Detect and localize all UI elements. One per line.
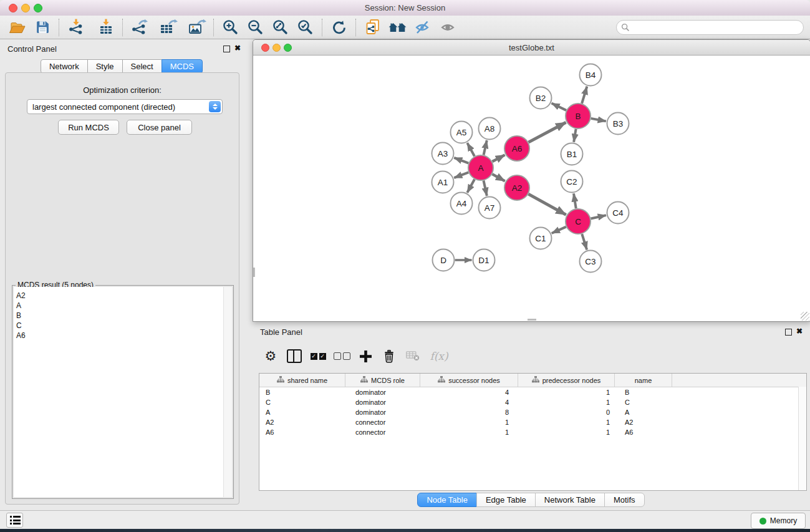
zoom-fit-button[interactable] (268, 17, 293, 38)
table-row[interactable]: A6connector11A6 (259, 427, 806, 437)
table-float-panel-icon[interactable] (785, 329, 792, 336)
cell-successor-nodes[interactable]: 4 (420, 397, 518, 407)
graph-node-A3[interactable]: A3 (432, 143, 454, 165)
show-hide-graphics-details-button[interactable] (410, 17, 435, 38)
graph-node-C4[interactable]: C4 (607, 202, 629, 224)
graph-node-A6[interactable]: A6 (504, 136, 529, 161)
window-resize-grip[interactable] (801, 312, 809, 321)
table-close-panel-icon[interactable]: ✖ (796, 327, 803, 336)
cell-mcds-role[interactable]: connector (345, 427, 420, 437)
graph-node-B3[interactable]: B3 (607, 113, 629, 135)
edge-A-A5[interactable] (467, 143, 475, 156)
graph-node-C2[interactable]: C2 (561, 171, 583, 193)
search-input[interactable] (630, 22, 788, 32)
cell-predecessor-nodes[interactable]: 1 (518, 427, 615, 437)
zoom-out-button[interactable] (243, 17, 268, 38)
graph-node-A2[interactable]: A2 (504, 175, 529, 200)
edge-C-C2[interactable] (574, 193, 576, 208)
table-row[interactable]: Adominator80A (259, 407, 806, 417)
edge-C-C1[interactable] (552, 227, 566, 233)
graph-node-B1[interactable]: B1 (561, 143, 583, 165)
close-panel-icon[interactable]: ✖ (234, 44, 241, 52)
home-button[interactable] (385, 17, 410, 38)
column-settings-button[interactable]: ⚙ (259, 350, 282, 362)
edge-A-A6[interactable] (493, 155, 505, 162)
cell-shared-name[interactable]: C (259, 397, 345, 407)
edge-B-B4[interactable] (582, 87, 587, 104)
export-table-button[interactable] (156, 17, 181, 38)
canvas-left-scroll-thumb[interactable] (253, 268, 255, 277)
cell-shared-name[interactable]: B (259, 387, 345, 397)
graph-node-D[interactable]: D (433, 249, 455, 271)
cell-predecessor-nodes[interactable]: 0 (518, 407, 615, 417)
cell-mcds-role[interactable]: dominator (345, 407, 420, 417)
mcds-result-item[interactable]: A6 (14, 331, 232, 341)
show-all-button[interactable] (435, 17, 460, 38)
column-header-name[interactable]: name (615, 374, 672, 387)
tab-style[interactable]: Style (87, 59, 123, 74)
cell-name[interactable]: A6 (615, 427, 672, 437)
save-session-button[interactable] (30, 17, 55, 38)
network-graph-canvas[interactable]: AA1A2A3A4A5A6A7A8BB1B2B3B4CC1C2C3C4DD1 (253, 55, 809, 320)
table-row[interactable]: A2connector11A2 (259, 417, 806, 427)
run-mcds-button[interactable]: Run MCDS (58, 120, 119, 135)
list-scrollbar[interactable] (223, 287, 232, 497)
graph-node-C[interactable]: C (566, 209, 591, 234)
graph-node-B2[interactable]: B2 (530, 87, 552, 109)
edge-A-A8[interactable] (484, 140, 487, 155)
edge-A-A1[interactable] (454, 172, 468, 178)
open-file-button[interactable] (5, 17, 30, 38)
edge-A-A7[interactable] (483, 181, 486, 196)
task-history-button[interactable] (6, 513, 23, 528)
tab-select[interactable]: Select (122, 59, 162, 74)
apply-layout-button[interactable] (327, 17, 352, 38)
delete-table-button[interactable] (401, 351, 425, 361)
cell-mcds-role[interactable]: dominator (345, 387, 420, 397)
canvas-bottom-scroll-thumb[interactable] (528, 319, 536, 321)
cell-name[interactable]: A2 (615, 417, 672, 427)
graph-node-A7[interactable]: A7 (479, 197, 501, 219)
cell-name[interactable]: A (615, 407, 672, 417)
cell-predecessor-nodes[interactable]: 1 (518, 397, 615, 407)
export-network-button[interactable] (127, 17, 152, 38)
cell-mcds-role[interactable]: dominator (345, 397, 420, 407)
table-scrollbar[interactable] (798, 387, 806, 490)
import-network-button[interactable] (64, 17, 89, 38)
graph-node-A8[interactable]: A8 (479, 118, 501, 140)
edge-B-B2[interactable] (552, 103, 567, 110)
graph-node-B4[interactable]: B4 (580, 64, 602, 86)
column-header-mcds-role[interactable]: MCDS role (345, 374, 420, 387)
tab-node-table[interactable]: Node Table (417, 493, 477, 507)
zoom-in-button[interactable] (218, 17, 243, 38)
function-builder-button[interactable]: f(x) (425, 350, 453, 362)
cell-successor-nodes[interactable]: 1 (420, 427, 518, 437)
graph-node-D1[interactable]: D1 (473, 249, 495, 271)
export-image-button[interactable] (185, 17, 210, 38)
split-table-button[interactable] (282, 349, 306, 363)
graph-node-A4[interactable]: A4 (451, 193, 473, 215)
graph-node-B[interactable]: B (566, 104, 591, 128)
edge-C-C4[interactable] (591, 215, 606, 218)
edge-A-A2[interactable] (492, 174, 504, 181)
cell-successor-nodes[interactable]: 8 (420, 407, 518, 417)
cell-mcds-role[interactable]: connector (345, 417, 420, 427)
graph-node-A1[interactable]: A1 (432, 172, 454, 193)
mcds-result-item[interactable]: A2 (14, 291, 232, 301)
cell-name[interactable]: C (615, 397, 672, 407)
new-network-from-selection-button[interactable] (360, 17, 385, 38)
edge-B-B3[interactable] (591, 118, 606, 122)
add-column-button[interactable] (354, 351, 377, 362)
table-row[interactable]: Bdominator41B (259, 387, 806, 397)
cell-successor-nodes[interactable]: 4 (420, 387, 518, 397)
edge-A6-B[interactable] (529, 122, 566, 142)
tab-motifs[interactable]: Motifs (604, 493, 645, 507)
graph-node-C3[interactable]: C3 (580, 251, 602, 273)
delete-column-button[interactable] (377, 350, 401, 363)
graph-node-A[interactable]: A (468, 155, 493, 180)
float-panel-icon[interactable] (223, 46, 230, 52)
tab-network[interactable]: Network (41, 59, 88, 74)
mcds-result-item[interactable]: B (14, 311, 232, 321)
hide-all-columns-button[interactable] (330, 352, 354, 360)
cell-name[interactable]: B (615, 387, 672, 397)
edge-A2-C[interactable] (528, 194, 566, 215)
